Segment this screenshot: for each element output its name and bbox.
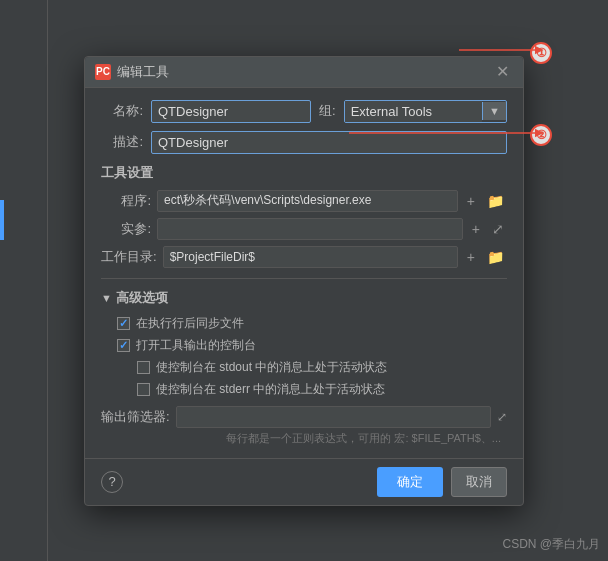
program-row: 程序: + 📁	[101, 190, 507, 212]
group-label: 组:	[319, 102, 336, 120]
workdir-row: 工作目录: + 📁	[101, 246, 507, 268]
filter-label: 输出筛选器:	[101, 408, 170, 426]
stderr-label: 使控制台在 stderr 中的消息上处于活动状态	[156, 381, 385, 398]
console-checkmark: ✓	[119, 339, 128, 352]
edit-tool-dialog: PC 编辑工具 ✕ 名称: 组: External Tools	[84, 56, 524, 506]
workdir-input[interactable]	[163, 246, 458, 268]
cancel-button[interactable]: 取消	[451, 467, 507, 497]
help-button[interactable]: ?	[101, 471, 123, 493]
name-group-row: 名称: 组: External Tools ▼	[101, 100, 507, 123]
dialog-title-icon: PC	[95, 64, 111, 80]
ok-button[interactable]: 确定	[377, 467, 443, 497]
group-select-wrapper: External Tools ▼	[344, 100, 507, 123]
args-add-button[interactable]: +	[469, 221, 483, 237]
group-dropdown-arrow[interactable]: ▼	[482, 102, 506, 120]
stdout-label: 使控制台在 stdout 中的消息上处于活动状态	[156, 359, 387, 376]
dialog-title-text: 编辑工具	[117, 63, 169, 81]
desc-label: 描述:	[101, 133, 143, 151]
args-label: 实参:	[101, 220, 151, 238]
annotation-2: ②	[530, 124, 552, 146]
hint-text: 每行都是一个正则表达式，可用的 宏: $FILE_PATH$、...	[101, 431, 507, 446]
args-row: 实参: + ⤢	[101, 218, 507, 240]
workdir-add-button[interactable]: +	[464, 249, 478, 265]
checkbox-console-row: ✓ 打开工具输出的控制台	[101, 337, 507, 354]
desc-row: 描述:	[101, 131, 507, 154]
checkbox-sync-row: ✓ 在执行行后同步文件	[101, 315, 507, 332]
checkbox-stderr-row: 使控制台在 stderr 中的消息上处于活动状态	[101, 381, 507, 398]
close-button[interactable]: ✕	[492, 64, 513, 80]
watermark: CSDN @季白九月	[502, 536, 600, 553]
stderr-checkbox[interactable]	[137, 383, 150, 396]
dialog-footer: ? 确定 取消	[85, 458, 523, 505]
dialog-titlebar: PC 编辑工具 ✕	[85, 57, 523, 88]
sync-checkmark: ✓	[119, 317, 128, 330]
tools-section-title: 工具设置	[101, 164, 507, 182]
filter-row: 输出筛选器: ⤢	[101, 406, 507, 428]
annotation-1: ①	[530, 42, 552, 64]
dialog-title-left: PC 编辑工具	[95, 63, 169, 81]
advanced-header[interactable]: ▼ 高级选项	[101, 289, 507, 307]
advanced-label: 高级选项	[116, 289, 168, 307]
name-label: 名称:	[101, 102, 143, 120]
filter-input[interactable]	[176, 406, 491, 428]
workdir-browse-button[interactable]: 📁	[484, 249, 507, 265]
sync-checkbox[interactable]: ✓	[117, 317, 130, 330]
desc-input[interactable]	[151, 131, 507, 154]
program-add-button[interactable]: +	[464, 193, 478, 209]
console-label: 打开工具输出的控制台	[136, 337, 256, 354]
advanced-triangle-icon: ▼	[101, 292, 112, 304]
sync-label: 在执行行后同步文件	[136, 315, 244, 332]
group-select[interactable]: External Tools	[345, 101, 482, 122]
footer-buttons: 确定 取消	[377, 467, 507, 497]
program-browse-button[interactable]: 📁	[484, 193, 507, 209]
dialog-overlay: PC 编辑工具 ✕ 名称: 组: External Tools	[0, 0, 608, 561]
checkbox-stdout-row: 使控制台在 stdout 中的消息上处于活动状态	[101, 359, 507, 376]
args-expand-button[interactable]: ⤢	[489, 221, 507, 237]
program-input[interactable]	[157, 190, 458, 212]
section-divider	[101, 278, 507, 279]
workdir-label: 工作目录:	[101, 248, 157, 266]
name-input[interactable]	[151, 100, 311, 123]
program-label: 程序:	[101, 192, 151, 210]
stdout-checkbox[interactable]	[137, 361, 150, 374]
console-checkbox[interactable]: ✓	[117, 339, 130, 352]
dialog-body: 名称: 组: External Tools ▼ 描述: 工	[85, 88, 523, 458]
args-input[interactable]	[157, 218, 463, 240]
filter-expand-icon[interactable]: ⤢	[497, 410, 507, 424]
